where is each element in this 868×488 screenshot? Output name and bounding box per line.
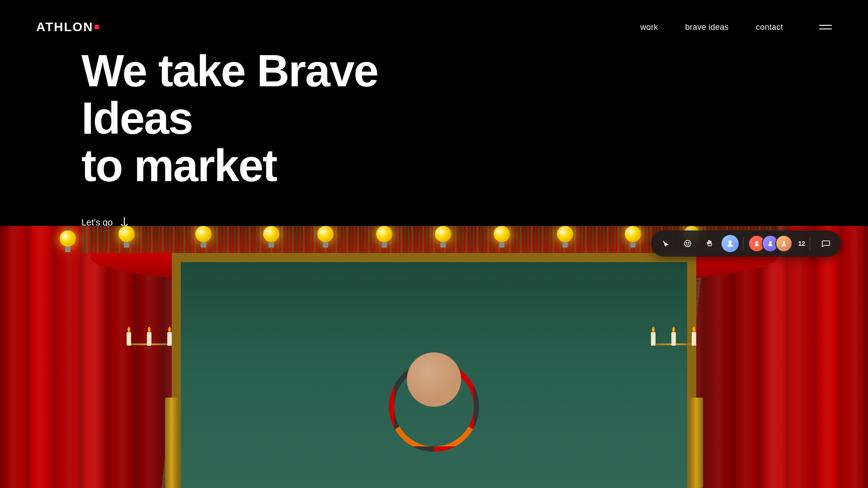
bulb-glass-2 [118,226,135,242]
hand-tool-button[interactable] [700,234,719,253]
candle-right-2 [671,332,676,346]
candelabra-left-arms [127,343,172,345]
bulb-8 [493,226,511,249]
candle-flame-6 [693,327,695,332]
navbar: ATHLON work brave ideas contact [0,0,868,54]
candle-flame-5 [672,327,675,332]
svg-point-1 [684,240,691,247]
bulb-glass-10 [625,226,641,242]
bulb-6 [375,226,393,249]
bulb-base-8 [499,242,505,248]
bulb-base-5 [323,242,328,248]
bulb-wire-1 [67,226,68,230]
nav-item-brave-ideas[interactable]: brave ideas [685,23,729,32]
logo[interactable]: ATHLON [36,20,99,34]
bulb-base-9 [562,242,568,248]
hero-title-line1: We take Brave Ideas [81,45,378,143]
toolbar-divider [743,237,744,250]
bulb-1 [59,230,77,253]
hero-title-line2: to market [81,140,277,191]
bulb-base-6 [382,242,387,248]
hamburger-line-1 [819,25,832,26]
bulb-7 [434,226,452,249]
bulb-glass-4 [263,226,279,242]
svg-point-7 [783,241,785,244]
bulb-base-1 [65,247,71,252]
svg-point-4 [729,241,732,244]
nav-link-contact[interactable]: contact [756,23,783,32]
participant-avatars [748,235,793,252]
candle-left-3 [167,332,172,346]
chat-button[interactable] [816,234,835,253]
hero-image-section [0,226,868,488]
participant-count: 12 [798,240,805,247]
bulb-10 [624,226,642,249]
nav-links: work brave ideas contact [640,23,783,32]
nav-link-brave-ideas[interactable]: brave ideas [685,23,729,32]
user-avatar-toolbar[interactable] [722,235,739,252]
nav-item-work[interactable]: work [640,23,658,32]
candle-right-1 [651,332,656,346]
bulb-glass-7 [435,226,451,242]
bulb-glass-6 [376,226,392,242]
candle-flame-1 [127,327,130,332]
candle-left-1 [127,332,131,346]
bulb-base-7 [440,242,446,248]
hamburger-line-2 [819,28,832,29]
person-head [407,352,461,407]
nav-link-work[interactable]: work [640,23,658,32]
candelabra-left [145,307,199,488]
theater-scene [0,226,868,488]
bulb-base-10 [630,242,636,248]
candelabra-right-arms [651,343,696,345]
toolbar-overlay: 12 [651,230,841,257]
bulb-2 [118,226,136,249]
bulb-5 [316,226,335,249]
bulb-glass-8 [494,226,510,242]
bulb-base-4 [269,242,274,248]
nav-item-contact[interactable]: contact [756,23,783,32]
bulb-3 [194,226,212,249]
bulb-glass-3 [195,226,212,242]
logo-text: ATHLON [36,20,94,34]
candle-flame-2 [148,327,151,332]
bulb-4 [262,226,280,249]
candle-flame-4 [652,327,655,332]
candle-right-3 [692,332,696,346]
cursor-tool-button[interactable] [656,234,675,253]
candelabra-right [669,307,723,488]
hamburger-menu-icon[interactable] [819,25,832,29]
svg-point-5 [756,241,758,244]
candle-flame-3 [168,327,171,332]
bulb-base-2 [124,242,129,248]
hero-title: We take Brave Ideas to market [81,47,466,189]
bulb-9 [556,226,574,249]
bulb-base-3 [201,242,206,248]
participant-avatar-3 [775,235,793,252]
svg-point-3 [689,243,689,244]
bulb-glass-9 [557,226,573,242]
svg-point-6 [769,241,772,244]
bulb-glass-1 [60,230,76,247]
person-figure [389,352,479,488]
svg-point-2 [686,243,687,244]
toolbar-divider-2 [810,237,810,250]
bulb-glass-5 [317,226,334,242]
candelabra-left-base [165,398,179,488]
candle-left-2 [147,332,151,346]
logo-dot [94,25,99,29]
candelabra-right-base [689,398,703,488]
emoji-tool-button[interactable] [678,234,697,253]
